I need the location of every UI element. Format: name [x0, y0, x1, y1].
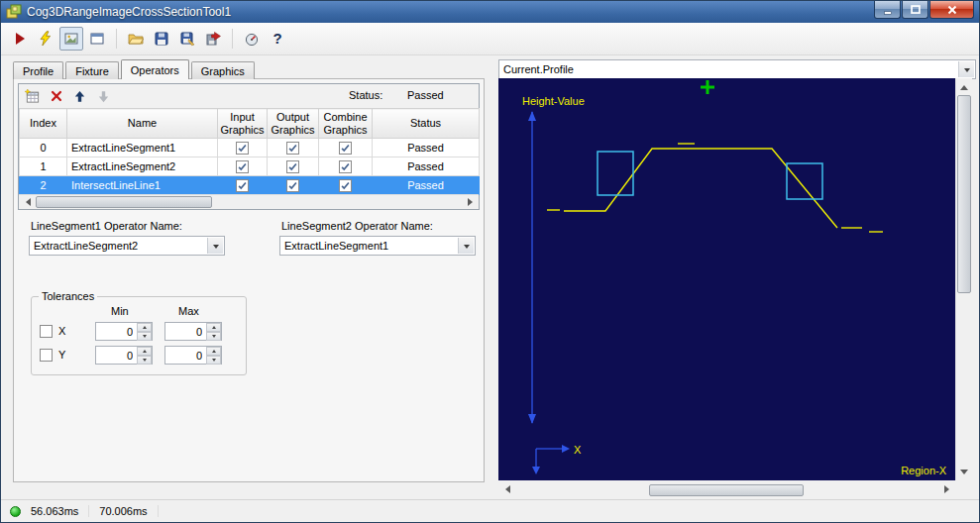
tolerance-y-max-input[interactable] [166, 348, 204, 363]
column-header-input[interactable]: Input Graphics [218, 109, 268, 139]
tolerance-x-label: X [58, 325, 65, 337]
move-up-button[interactable] [70, 87, 89, 106]
tab-profile[interactable]: Profile [13, 61, 63, 79]
open-file-button[interactable] [124, 27, 148, 51]
tolerance-x-min-input[interactable] [97, 324, 135, 339]
output-graphics-checkbox[interactable] [286, 160, 299, 173]
cell-input[interactable] [218, 157, 268, 176]
dropdown-arrow-icon[interactable] [958, 61, 974, 77]
tolerance-x-max-input[interactable] [166, 324, 204, 339]
spin-down-icon[interactable] [206, 332, 221, 341]
tab-fixture[interactable]: Fixture [65, 61, 119, 79]
scroll-right-arrow[interactable] [939, 482, 955, 496]
cell-output[interactable] [268, 139, 319, 157]
column-header-output[interactable]: Output Graphics [268, 109, 319, 139]
scroll-down-arrow[interactable] [956, 465, 972, 480]
help-button[interactable]: ? [266, 27, 289, 51]
statusbar: 56.063ms 70.006ms [1, 499, 979, 522]
profile-display[interactable]: Height-ValueRegion-XX [498, 78, 955, 480]
grid-row[interactable]: 2 IntersectLineLine1 Passed [20, 176, 480, 195]
tool-settings-button[interactable] [240, 27, 264, 51]
dropdown-arrow-icon[interactable] [207, 238, 223, 254]
column-header-name[interactable]: Name [67, 109, 218, 139]
move-down-button[interactable] [94, 87, 113, 106]
tolerance-y-min-spinner[interactable] [95, 346, 153, 365]
tolerance-y-min-input[interactable] [97, 348, 135, 363]
export-button[interactable] [201, 27, 225, 51]
linesegment2-operator-combo[interactable]: ExtractLineSegment1 [279, 236, 476, 256]
tolerance-x-checkbox[interactable] [40, 325, 53, 338]
delete-operator-button[interactable] [47, 87, 65, 106]
tab-operators[interactable]: Operators [121, 59, 189, 79]
input-graphics-checkbox[interactable] [236, 142, 249, 155]
float-display-button[interactable] [85, 27, 109, 51]
delete-x-icon [50, 89, 63, 103]
combo2-label: LineSegment2 Operator Name: [281, 220, 433, 232]
save-button[interactable] [150, 27, 173, 51]
scroll-right-arrow[interactable] [463, 195, 479, 209]
show-result-image-toggle[interactable] [59, 27, 83, 51]
column-header-status[interactable]: Status [373, 109, 480, 139]
titlebar[interactable]: Cog3DRangeImageCrossSectionTool1 [1, 1, 979, 23]
grid-row[interactable]: 1 ExtractLineSegment2 Passed [20, 157, 480, 176]
cell-index[interactable]: 1 [20, 157, 67, 176]
column-header-combine[interactable]: Combine Graphics [319, 109, 373, 139]
spin-down-icon[interactable] [137, 332, 152, 341]
maximize-button[interactable] [902, 1, 928, 19]
scrollbar-thumb[interactable] [649, 484, 804, 496]
grid-horizontal-scrollbar[interactable] [19, 194, 479, 209]
scrollbar-thumb[interactable] [957, 95, 971, 293]
spin-up-icon[interactable] [137, 347, 152, 356]
save-as-button[interactable] [175, 27, 199, 51]
scrollbar-thumb[interactable] [36, 196, 212, 208]
tolerance-y-max-spinner[interactable] [164, 346, 222, 365]
input-graphics-checkbox[interactable] [236, 179, 249, 192]
combine-graphics-checkbox[interactable] [339, 179, 352, 192]
cell-index[interactable]: 0 [20, 139, 67, 157]
display-source-combo[interactable]: Current.Profile [498, 59, 976, 79]
display-horizontal-scrollbar[interactable] [498, 482, 955, 498]
cell-name[interactable]: ExtractLineSegment1 [67, 139, 218, 157]
column-header-index[interactable]: Index [20, 109, 67, 139]
scroll-left-arrow[interactable] [19, 195, 35, 209]
output-graphics-checkbox[interactable] [286, 179, 299, 192]
spin-down-icon[interactable] [137, 356, 152, 365]
tab-graphics[interactable]: Graphics [191, 61, 255, 79]
input-graphics-checkbox[interactable] [236, 160, 249, 173]
scroll-up-arrow[interactable] [956, 78, 972, 94]
scroll-left-arrow[interactable] [498, 482, 514, 496]
tolerances-title: Tolerances [39, 290, 97, 302]
spin-up-icon[interactable] [137, 323, 152, 332]
run-electric-button[interactable] [34, 27, 57, 51]
minimize-button[interactable] [874, 1, 901, 19]
toolbar-separator [232, 29, 233, 49]
cell-combine[interactable] [319, 139, 373, 157]
cell-combine[interactable] [319, 157, 373, 176]
spin-up-icon[interactable] [206, 347, 221, 356]
cell-output[interactable] [268, 157, 319, 176]
tolerance-x-max-spinner[interactable] [164, 322, 222, 341]
cell-output[interactable] [268, 176, 319, 195]
output-graphics-checkbox[interactable] [286, 142, 299, 155]
add-operator-button[interactable] [23, 87, 42, 106]
combine-graphics-checkbox[interactable] [339, 160, 352, 173]
cell-index[interactable]: 2 [20, 176, 67, 195]
cell-combine[interactable] [319, 176, 373, 195]
arrow-up-icon [72, 89, 87, 104]
display-vertical-scrollbar[interactable] [955, 78, 972, 480]
close-button[interactable] [929, 1, 974, 19]
run-button[interactable] [8, 27, 32, 51]
grid-row[interactable]: 0 ExtractLineSegment1 Passed [20, 139, 480, 157]
cell-input[interactable] [218, 176, 268, 195]
dropdown-arrow-icon[interactable] [458, 238, 474, 254]
cell-name[interactable]: ExtractLineSegment2 [67, 157, 218, 176]
cell-input[interactable] [218, 139, 268, 157]
combine-graphics-checkbox[interactable] [339, 142, 352, 155]
spin-up-icon[interactable] [206, 323, 221, 332]
linesegment1-operator-combo[interactable]: ExtractLineSegment2 [29, 236, 225, 256]
tolerance-x-min-spinner[interactable] [95, 322, 153, 341]
spin-down-icon[interactable] [206, 356, 221, 365]
cell-name[interactable]: IntersectLineLine1 [67, 176, 218, 195]
tolerance-y-checkbox[interactable] [40, 349, 53, 362]
lightning-icon [38, 31, 54, 47]
